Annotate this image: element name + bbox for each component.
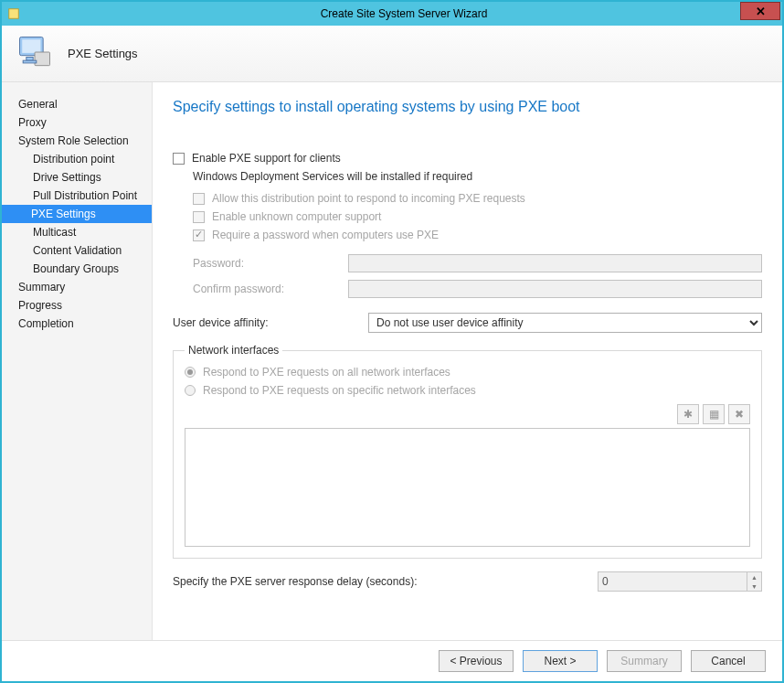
close-button[interactable]: ✕ xyxy=(740,2,780,20)
main-pane: Specify settings to install operating sy… xyxy=(153,82,782,640)
enable-pxe-label: Enable PXE support for clients xyxy=(192,152,341,165)
sidebar-item-general[interactable]: General xyxy=(2,95,152,113)
sidebar-item-distribution-point[interactable]: Distribution point xyxy=(2,150,152,168)
confirm-password-label: Confirm password: xyxy=(193,283,348,295)
network-interface-list xyxy=(185,428,750,547)
svg-rect-2 xyxy=(22,39,40,53)
svg-rect-5 xyxy=(23,60,37,63)
enable-pxe-row: Enable PXE support for clients xyxy=(173,152,762,165)
net-specific-label: Respond to PXE requests on specific netw… xyxy=(203,384,476,397)
allow-respond-checkbox xyxy=(193,193,205,205)
spinner-up-icon: ▲ xyxy=(747,572,761,582)
sidebar-item-pull-distribution-point[interactable]: Pull Distribution Point xyxy=(2,187,152,205)
app-icon xyxy=(7,7,20,20)
unknown-computer-checkbox xyxy=(193,211,205,223)
user-device-affinity-select[interactable]: Do not use user device affinity xyxy=(368,313,762,333)
page-header: PXE Settings xyxy=(2,26,782,82)
sidebar-item-drive-settings[interactable]: Drive Settings xyxy=(2,168,152,187)
net-all-radio xyxy=(185,367,196,378)
net-all-row: Respond to PXE requests on all network i… xyxy=(185,366,750,379)
response-delay-row: Specify the PXE server response delay (s… xyxy=(173,571,762,592)
require-password-checkbox xyxy=(193,229,205,241)
properties-icon: ▦ xyxy=(709,408,719,421)
cancel-button[interactable]: Cancel xyxy=(691,650,766,672)
password-row: Password: xyxy=(193,254,762,272)
wds-note: Windows Deployment Services will be inst… xyxy=(193,170,762,183)
next-button[interactable]: Next > xyxy=(523,650,598,672)
titlebar: Create Site System Server Wizard ✕ xyxy=(2,2,782,26)
net-interface-toolbar: ✱ ▦ ✖ xyxy=(185,404,750,424)
sidebar-item-summary[interactable]: Summary xyxy=(2,278,152,296)
svg-rect-0 xyxy=(9,9,19,19)
sidebar-item-multicast[interactable]: Multicast xyxy=(2,223,152,241)
svg-rect-4 xyxy=(26,57,33,60)
spinner-down-icon: ▼ xyxy=(747,582,761,591)
wizard-footer: < Previous Next > Summary Cancel xyxy=(2,640,782,681)
body: General Proxy System Role Selection Dist… xyxy=(2,82,782,640)
summary-button: Summary xyxy=(607,650,682,672)
confirm-password-row: Confirm password: xyxy=(193,280,762,298)
wizard-window: Create Site System Server Wizard ✕ PXE S… xyxy=(0,0,784,683)
net-specific-radio xyxy=(185,385,196,396)
page-title: Specify settings to install operating sy… xyxy=(173,99,762,115)
add-interface-button: ✱ xyxy=(677,404,699,424)
previous-button[interactable]: < Previous xyxy=(439,650,514,672)
password-input xyxy=(348,254,762,272)
response-delay-label: Specify the PXE server response delay (s… xyxy=(173,575,598,588)
confirm-password-input xyxy=(348,280,762,298)
spinner-arrows: ▲ ▼ xyxy=(747,572,761,591)
network-interfaces-group: Network interfaces Respond to PXE reques… xyxy=(173,344,762,559)
page-header-label: PXE Settings xyxy=(68,47,138,60)
asterisk-icon: ✱ xyxy=(683,408,693,421)
sidebar-item-pxe-settings[interactable]: PXE Settings xyxy=(2,205,152,223)
allow-respond-label: Allow this distribution point to respond… xyxy=(212,192,525,205)
require-password-label: Require a password when computers use PX… xyxy=(212,229,439,241)
net-all-label: Respond to PXE requests on all network i… xyxy=(203,366,450,379)
delete-interface-button: ✖ xyxy=(728,404,750,424)
delete-icon: ✖ xyxy=(735,408,744,421)
sidebar: General Proxy System Role Selection Dist… xyxy=(2,82,153,640)
sidebar-item-system-role-selection[interactable]: System Role Selection xyxy=(2,132,152,150)
net-specific-row: Respond to PXE requests on specific netw… xyxy=(185,384,750,397)
allow-respond-row: Allow this distribution point to respond… xyxy=(193,192,762,205)
window-title: Create Site System Server Wizard xyxy=(26,7,782,20)
user-device-affinity-label: User device affinity: xyxy=(173,316,368,329)
sidebar-item-content-validation[interactable]: Content Validation xyxy=(2,241,152,260)
enable-pxe-checkbox[interactable] xyxy=(173,153,185,165)
close-icon: ✕ xyxy=(756,5,766,18)
response-delay-input xyxy=(599,572,747,591)
sidebar-item-proxy[interactable]: Proxy xyxy=(2,113,152,132)
svg-rect-3 xyxy=(35,52,50,66)
sidebar-item-completion[interactable]: Completion xyxy=(2,315,152,333)
user-device-affinity-row: User device affinity: Do not use user de… xyxy=(173,313,762,333)
password-label: Password: xyxy=(193,257,348,270)
computer-icon xyxy=(15,32,55,76)
edit-interface-button: ▦ xyxy=(703,404,725,424)
sidebar-item-progress[interactable]: Progress xyxy=(2,296,152,315)
sidebar-item-boundary-groups[interactable]: Boundary Groups xyxy=(2,260,152,278)
response-delay-spinner: ▲ ▼ xyxy=(598,571,762,592)
unknown-computer-row: Enable unknown computer support xyxy=(193,210,762,223)
unknown-computer-label: Enable unknown computer support xyxy=(212,210,381,223)
network-interfaces-legend: Network interfaces xyxy=(185,344,282,357)
require-password-row: Require a password when computers use PX… xyxy=(193,229,762,241)
